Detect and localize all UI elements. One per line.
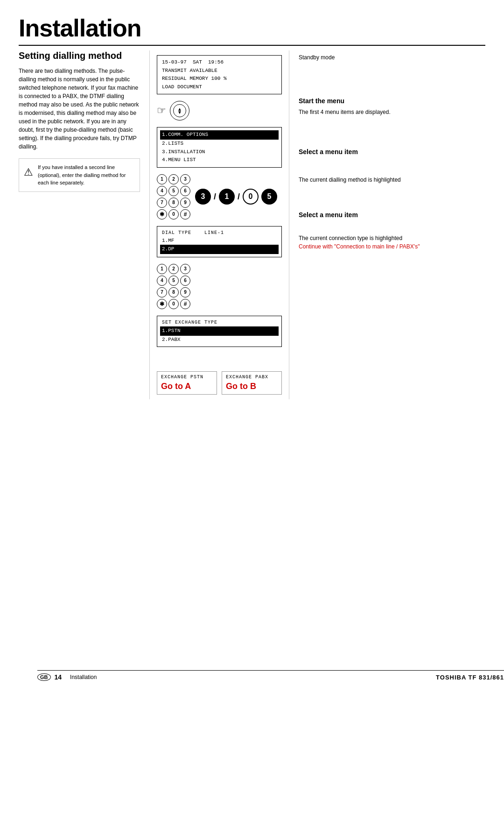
screen-menu: 1.COMM. OPTIONS 2.LISTS 3.INSTALLATION 4… — [157, 127, 282, 167]
footer-brand: TOSHIBA TF 831/861 — [436, 674, 504, 681]
desc-spacer-1 — [299, 65, 485, 92]
exchange-row: EXCHANGE PSTN Go to A EXCHANGE PABX Go t… — [157, 371, 282, 395]
warning-text: If you have installed a second line (opt… — [38, 163, 135, 187]
key2-6: 6 — [180, 276, 190, 286]
key-0: 0 — [168, 209, 179, 219]
left-column: Setting dialling method There are two di… — [19, 50, 149, 399]
menu-item-1: 1.COMM. OPTIONS — [160, 130, 279, 140]
hand-icon: ☞ — [157, 105, 166, 117]
exchange-type-label: SET EXCHANGE TYPE — [162, 319, 277, 326]
big-key-0: 0 — [243, 189, 259, 205]
key-hash: # — [180, 209, 190, 219]
screen1-line1: 15-03-97 SAT 19:56 — [162, 58, 277, 67]
page-title: Installation — [19, 14, 485, 46]
dial-mf: 1.MF — [162, 237, 277, 245]
big-keys-1: 3 / 1 / 0 5 — [195, 189, 277, 205]
keypad-2: 1 2 3 4 5 6 7 8 9 ✱ 0 # — [157, 264, 190, 309]
desc-start-menu: Start the menu The first 4 menu items ar… — [299, 92, 485, 120]
right-descriptions: Standby mode Start the menu The first 4 … — [289, 50, 485, 399]
big-key-5: 5 — [261, 189, 277, 205]
screen1-line3: RESIDUAL MEMORY 100 % — [162, 75, 277, 83]
exchange-pstn-box: EXCHANGE PSTN Go to A — [157, 371, 217, 395]
goto-b-link[interactable]: Go to B — [226, 382, 278, 391]
menu-item-2: 2.LISTS — [162, 140, 277, 148]
nav-icon-row: ☞ ▲▼ — [157, 101, 282, 120]
diagram-column: 15-03-97 SAT 19:56 TRANSMIT AVAILABLE RE… — [149, 50, 289, 399]
screen1-line4: LOAD DOCUMENT — [162, 83, 277, 92]
key-select-row-1: 1 2 3 4 5 6 7 8 9 ✱ 0 # 3 / 1 / — [157, 174, 282, 219]
key-8: 8 — [168, 198, 179, 208]
select-item-1-heading: Select a menu item — [299, 147, 485, 157]
key-9: 9 — [180, 198, 190, 208]
arrow-inner: ▲▼ — [173, 104, 186, 117]
continue-text: Continue with "Connection to main line /… — [299, 243, 420, 250]
exchange-pabx-label: EXCHANGE PABX — [226, 375, 278, 380]
key2-hash: # — [180, 299, 190, 309]
gb-badge: GB — [37, 673, 51, 681]
key-select-row-2: 1 2 3 4 5 6 7 8 9 ✱ 0 # — [157, 264, 282, 309]
desc-spacer-4 — [299, 188, 485, 206]
section-description: There are two dialling methods. The puls… — [19, 67, 140, 151]
dial-type-text: The current dialling method is highlight… — [299, 177, 401, 183]
footer: GB 14 Installation TOSHIBA TF 831/861 — [37, 670, 504, 681]
footer-page-number: 14 — [55, 673, 62, 681]
section-title: Setting dialling method — [19, 50, 140, 61]
arrow-up-icon: ▲▼ — [177, 106, 182, 115]
start-menu-heading: Start the menu — [299, 96, 485, 106]
warning-icon: ⚠ — [24, 164, 33, 187]
exchange-pabx-box: EXCHANGE PABX Go to B — [222, 371, 282, 395]
desc-spacer-5 — [299, 226, 485, 230]
key-3: 3 — [180, 174, 190, 184]
key2-5: 5 — [168, 276, 179, 286]
screen-dial-type: DIAL TYPE LINE-1 1.MF 2.DP — [157, 226, 282, 257]
key2-3: 3 — [180, 264, 190, 274]
big-key-3: 3 — [195, 189, 211, 205]
key-star: ✱ — [157, 209, 167, 219]
key-5: 5 — [168, 186, 179, 196]
desc-select-item-2: Select a menu item — [299, 206, 485, 226]
key-6: 6 — [180, 186, 190, 196]
footer-left: GB 14 Installation — [37, 673, 97, 681]
key-2: 2 — [168, 174, 179, 184]
desc-exchange-type: The current connection type is highlight… — [299, 230, 485, 255]
screen-exchange-type: SET EXCHANGE TYPE 1.PSTN 2.PABX — [157, 316, 282, 347]
arrow-cluster: ▲▼ — [170, 101, 189, 120]
start-menu-text: The first 4 menu items are displayed. — [299, 109, 391, 115]
select-item-2-heading: Select a menu item — [299, 210, 485, 220]
key-7: 7 — [157, 198, 167, 208]
goto-a-link[interactable]: Go to A — [161, 382, 213, 391]
exchange-pstn-label: EXCHANGE PSTN — [161, 375, 213, 380]
key2-8: 8 — [168, 287, 179, 297]
screen-standby: 15-03-97 SAT 19:56 TRANSMIT AVAILABLE RE… — [157, 55, 282, 94]
desc-spacer-2 — [299, 120, 485, 143]
key2-1: 1 — [157, 264, 167, 274]
menu-item-4: 4.MENU LIST — [162, 156, 277, 164]
spacer — [157, 354, 282, 363]
exchange-pstn-option: 1.PSTN — [160, 326, 279, 336]
key2-4: 4 — [157, 276, 167, 286]
key2-0: 0 — [168, 299, 179, 309]
key2-2: 2 — [168, 264, 179, 274]
screen1-line2: TRANSMIT AVAILABLE — [162, 67, 277, 75]
desc-select-item-1: Select a menu item — [299, 143, 485, 163]
exchange-pabx-option: 2.PABX — [162, 336, 277, 344]
key2-star: ✱ — [157, 299, 167, 309]
slash-1: / — [214, 192, 216, 202]
exchange-type-text: The current connection type is highlight… — [299, 235, 402, 241]
warning-box: ⚠ If you have installed a second line (o… — [19, 158, 140, 192]
dial-dp: 2.DP — [160, 245, 279, 254]
key-1: 1 — [157, 174, 167, 184]
menu-item-3: 3.INSTALLATION — [162, 148, 277, 156]
desc-dial-type: The current dialling method is highlight… — [299, 172, 485, 188]
desc-standby: Standby mode — [299, 50, 485, 65]
footer-section: Installation — [70, 674, 97, 680]
big-key-1: 1 — [219, 189, 235, 205]
key2-7: 7 — [157, 287, 167, 297]
dial-type-label: DIAL TYPE LINE-1 — [162, 229, 277, 237]
key2-9: 9 — [180, 287, 190, 297]
keypad-1: 1 2 3 4 5 6 7 8 9 ✱ 0 # — [157, 174, 190, 219]
desc-spacer-3 — [299, 163, 485, 172]
slash-2: / — [238, 192, 240, 202]
key-4: 4 — [157, 186, 167, 196]
standby-text: Standby mode — [299, 54, 335, 61]
